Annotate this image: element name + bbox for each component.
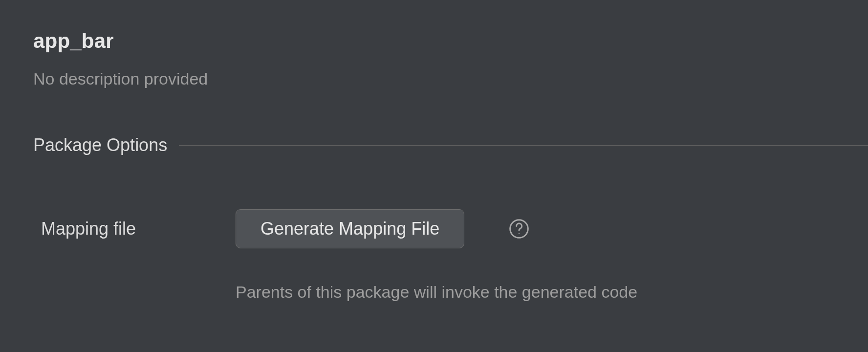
svg-point-1 bbox=[519, 233, 520, 234]
mapping-file-label: Mapping file bbox=[41, 219, 236, 239]
help-icon[interactable] bbox=[508, 218, 530, 240]
package-title: app_bar bbox=[33, 29, 868, 53]
package-description: No description provided bbox=[33, 69, 868, 88]
generate-mapping-file-button[interactable]: Generate Mapping File bbox=[236, 209, 464, 248]
section-divider bbox=[179, 145, 868, 146]
section-title: Package Options bbox=[33, 135, 167, 155]
section-header: Package Options bbox=[33, 135, 868, 155]
mapping-file-hint: Parents of this package will invoke the … bbox=[33, 283, 868, 302]
mapping-file-row: Mapping file Generate Mapping File bbox=[33, 209, 868, 248]
